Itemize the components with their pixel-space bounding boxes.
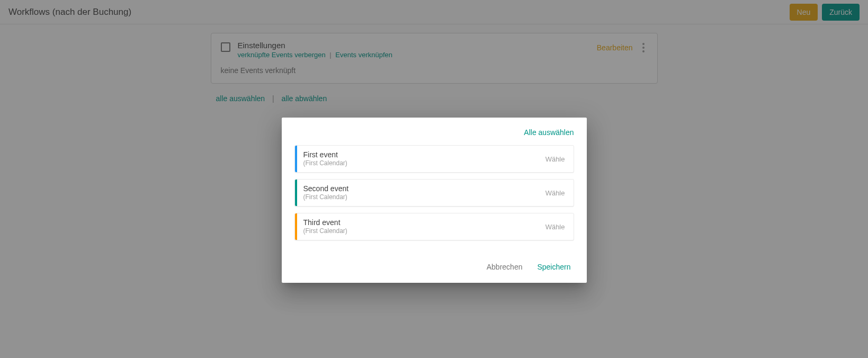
modal-select-all-link[interactable]: Alle auswählen bbox=[524, 128, 574, 137]
link-events-modal: Alle auswählen First event(First Calenda… bbox=[282, 118, 587, 283]
event-item[interactable]: Second event(First Calendar)Wähle bbox=[294, 179, 574, 207]
event-text: First event(First Calendar) bbox=[297, 146, 545, 172]
choose-event-button[interactable]: Wähle bbox=[545, 155, 574, 163]
modal-overlay[interactable]: Alle auswählen First event(First Calenda… bbox=[0, 0, 868, 358]
event-calendar: (First Calendar) bbox=[303, 193, 539, 202]
modal-header: Alle auswählen bbox=[282, 118, 587, 141]
modal-body: First event(First Calendar)WähleSecond e… bbox=[282, 141, 587, 253]
modal-footer: Abbrechen Speichern bbox=[282, 253, 587, 283]
event-calendar: (First Calendar) bbox=[303, 227, 539, 236]
event-text: Second event(First Calendar) bbox=[297, 180, 545, 206]
choose-event-button[interactable]: Wähle bbox=[545, 223, 574, 231]
event-name: Third event bbox=[303, 218, 539, 227]
event-calendar: (First Calendar) bbox=[303, 159, 539, 168]
event-item[interactable]: Third event(First Calendar)Wähle bbox=[294, 213, 574, 240]
event-name: First event bbox=[303, 150, 539, 159]
choose-event-button[interactable]: Wähle bbox=[545, 189, 574, 197]
event-name: Second event bbox=[303, 184, 539, 193]
save-button[interactable]: Speichern bbox=[530, 257, 578, 276]
event-item[interactable]: First event(First Calendar)Wähle bbox=[294, 145, 574, 173]
event-text: Third event(First Calendar) bbox=[297, 213, 545, 240]
cancel-button[interactable]: Abbrechen bbox=[479, 257, 530, 276]
